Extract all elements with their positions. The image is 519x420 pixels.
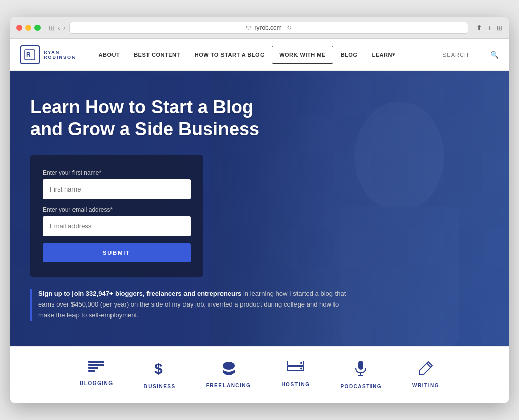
sidebar-icon[interactable]: ⊞ xyxy=(49,24,55,32)
writing-label: WRITING xyxy=(412,383,439,388)
svg-rect-6 xyxy=(88,367,98,369)
browser-controls: ⊞ ‹ › xyxy=(49,24,65,32)
svg-rect-10 xyxy=(225,373,232,375)
hero-content: Learn How to Start a Blog and Grow a Sid… xyxy=(10,71,509,346)
search-input[interactable] xyxy=(442,52,488,58)
share-icon[interactable]: ⬆ xyxy=(476,24,483,32)
svg-rect-15 xyxy=(358,361,363,370)
nav-about[interactable]: ABOUT xyxy=(92,39,127,71)
traffic-lights xyxy=(16,25,41,31)
hero-disclaimer: Sign up to join 332,947+ bloggers, freel… xyxy=(30,289,355,320)
blogging-icon xyxy=(88,361,104,376)
nav-how-to-start[interactable]: HOW TO START A BLOG xyxy=(188,39,272,71)
svg-text:R: R xyxy=(26,51,31,58)
hosting-label: HOSTING xyxy=(281,381,310,387)
email-input[interactable] xyxy=(43,216,191,236)
svg-point-9 xyxy=(223,362,235,370)
main-nav: R RYAN ROBINSON ABOUT BEST CONTENT HOW T… xyxy=(10,39,509,71)
svg-rect-4 xyxy=(88,361,104,363)
nav-blog[interactable]: BLOG xyxy=(333,39,365,71)
svg-point-12 xyxy=(300,362,302,364)
firstname-label: Enter your first name* xyxy=(43,169,191,176)
security-icon: 🛡 xyxy=(246,25,251,31)
logo-name-top: RYAN xyxy=(44,50,77,55)
freelancing-icon xyxy=(220,361,237,378)
new-tab-icon[interactable]: + xyxy=(488,24,492,32)
fullscreen-button[interactable] xyxy=(34,25,41,31)
category-writing[interactable]: WRITING xyxy=(412,361,439,389)
url-text: ryrob.com xyxy=(254,24,281,31)
forward-button[interactable]: › xyxy=(63,24,66,32)
browser-window: ⊞ ‹ › 🛡 ryrob.com ↻ ⬆ + ⊞ R xyxy=(10,17,509,403)
disclaimer-highlight: Sign up to join 332,947+ bloggers, freel… xyxy=(38,290,241,297)
svg-rect-7 xyxy=(88,370,95,372)
nav-learn[interactable]: LEARN xyxy=(364,39,402,71)
hosting-icon xyxy=(287,361,304,377)
business-label: BUSINESS xyxy=(144,384,176,389)
submit-button[interactable]: SUBMIT xyxy=(43,243,191,262)
hero-section: Learn How to Start a Blog and Grow a Sid… xyxy=(10,71,509,346)
podcasting-icon xyxy=(355,361,367,379)
category-podcasting[interactable]: PODCASTING xyxy=(340,361,382,389)
category-hosting[interactable]: HOSTING xyxy=(281,361,310,389)
firstname-input[interactable] xyxy=(43,179,191,199)
svg-rect-5 xyxy=(88,364,104,366)
website: R RYAN ROBINSON ABOUT BEST CONTENT HOW T… xyxy=(10,39,509,403)
nav-search: 🔍 xyxy=(442,51,499,59)
writing-icon xyxy=(418,361,433,378)
back-button[interactable]: ‹ xyxy=(58,24,60,32)
business-icon: $ xyxy=(154,361,165,379)
logo-text: RYAN ROBINSON xyxy=(44,50,77,60)
svg-text:$: $ xyxy=(154,361,163,377)
browser-actions: ⬆ + ⊞ xyxy=(476,24,503,32)
browser-chrome: ⊞ ‹ › 🛡 ryrob.com ↻ ⬆ + ⊞ xyxy=(10,17,509,39)
email-label: Enter your email address* xyxy=(43,206,191,213)
minimize-button[interactable] xyxy=(25,25,31,31)
hero-title: Learn How to Start a Blog and Grow a Sid… xyxy=(30,96,274,140)
nav-work-with-me[interactable]: WORK WITH ME xyxy=(272,46,333,64)
nav-links: ABOUT BEST CONTENT HOW TO START A BLOG W… xyxy=(92,39,442,71)
tabs-icon[interactable]: ⊞ xyxy=(497,24,503,32)
logo-icon: R xyxy=(20,45,40,64)
podcasting-label: PODCASTING xyxy=(340,384,382,389)
freelancing-label: FREELANCING xyxy=(206,383,251,388)
category-freelancing[interactable]: FREELANCING xyxy=(206,361,251,389)
refresh-icon[interactable]: ↻ xyxy=(287,24,292,31)
category-business[interactable]: $ BUSINESS xyxy=(144,361,176,389)
close-button[interactable] xyxy=(16,25,22,31)
hero-form-box: Enter your first name* Enter your email … xyxy=(30,155,203,277)
blogging-label: BLOGGING xyxy=(80,380,113,386)
nav-best-content[interactable]: BEST CONTENT xyxy=(127,39,188,71)
site-logo[interactable]: R RYAN ROBINSON xyxy=(20,45,77,64)
address-bar[interactable]: 🛡 ryrob.com ↻ xyxy=(69,22,468,34)
category-blogging[interactable]: BLOGGING xyxy=(80,361,113,389)
svg-point-14 xyxy=(300,367,302,369)
search-button[interactable]: 🔍 xyxy=(490,51,499,59)
categories-section: BLOGGING $ BUSINESS FRE xyxy=(10,346,509,403)
logo-name-bottom: ROBINSON xyxy=(44,55,77,60)
